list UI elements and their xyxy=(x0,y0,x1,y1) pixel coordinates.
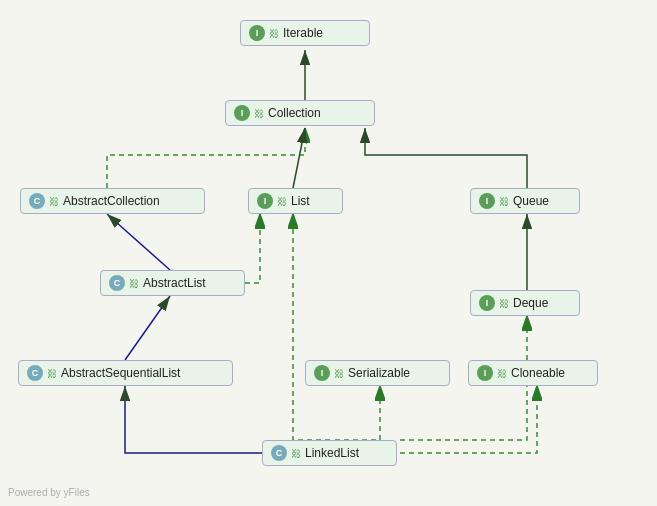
label-collection: Collection xyxy=(268,106,321,120)
icon-iterable: ⛓ xyxy=(269,28,279,39)
node-abstractlist[interactable]: C ⛓ AbstractList xyxy=(100,270,245,296)
label-linkedlist: LinkedList xyxy=(305,446,359,460)
node-collection[interactable]: I ⛓ Collection xyxy=(225,100,375,126)
label-abstractlist: AbstractList xyxy=(143,276,206,290)
badge-serializable: I xyxy=(314,365,330,381)
node-linkedlist[interactable]: C ⛓ LinkedList xyxy=(262,440,397,466)
node-deque[interactable]: I ⛓ Deque xyxy=(470,290,580,316)
node-iterable[interactable]: I ⛓ Iterable xyxy=(240,20,370,46)
badge-abstractcollection: C xyxy=(29,193,45,209)
icon-deque: ⛓ xyxy=(499,298,509,309)
icon-collection: ⛓ xyxy=(254,108,264,119)
icon-queue: ⛓ xyxy=(499,196,509,207)
label-iterable: Iterable xyxy=(283,26,323,40)
label-abstractcollection: AbstractCollection xyxy=(63,194,160,208)
svg-line-5 xyxy=(125,296,170,360)
node-abstractsequentiallist[interactable]: C ⛓ AbstractSequentialList xyxy=(18,360,233,386)
label-abstractsequentiallist: AbstractSequentialList xyxy=(61,366,180,380)
icon-abstractcollection: ⛓ xyxy=(49,196,59,207)
node-list[interactable]: I ⛓ List xyxy=(248,188,343,214)
icon-abstractsequentiallist: ⛓ xyxy=(47,368,57,379)
node-queue[interactable]: I ⛓ Queue xyxy=(470,188,580,214)
diagram-container: I ⛓ Iterable I ⛓ Collection C ⛓ Abstract… xyxy=(0,0,657,506)
node-abstractcollection[interactable]: C ⛓ AbstractCollection xyxy=(20,188,205,214)
node-cloneable[interactable]: I ⛓ Cloneable xyxy=(468,360,598,386)
svg-line-4 xyxy=(107,214,170,270)
watermark: Powered by yFiles xyxy=(8,487,90,498)
svg-line-3 xyxy=(293,128,305,188)
badge-cloneable: I xyxy=(477,365,493,381)
badge-list: I xyxy=(257,193,273,209)
arrows-svg xyxy=(0,0,657,506)
icon-serializable: ⛓ xyxy=(334,368,344,379)
badge-iterable: I xyxy=(249,25,265,41)
badge-queue: I xyxy=(479,193,495,209)
badge-linkedlist: C xyxy=(271,445,287,461)
node-serializable[interactable]: I ⛓ Serializable xyxy=(305,360,450,386)
label-deque: Deque xyxy=(513,296,548,310)
badge-abstractlist: C xyxy=(109,275,125,291)
icon-cloneable: ⛓ xyxy=(497,368,507,379)
label-serializable: Serializable xyxy=(348,366,410,380)
label-cloneable: Cloneable xyxy=(511,366,565,380)
badge-deque: I xyxy=(479,295,495,311)
icon-list: ⛓ xyxy=(277,196,287,207)
badge-abstractsequentiallist: C xyxy=(27,365,43,381)
label-queue: Queue xyxy=(513,194,549,208)
icon-linkedlist: ⛓ xyxy=(291,448,301,459)
label-list: List xyxy=(291,194,310,208)
icon-abstractlist: ⛓ xyxy=(129,278,139,289)
badge-collection: I xyxy=(234,105,250,121)
